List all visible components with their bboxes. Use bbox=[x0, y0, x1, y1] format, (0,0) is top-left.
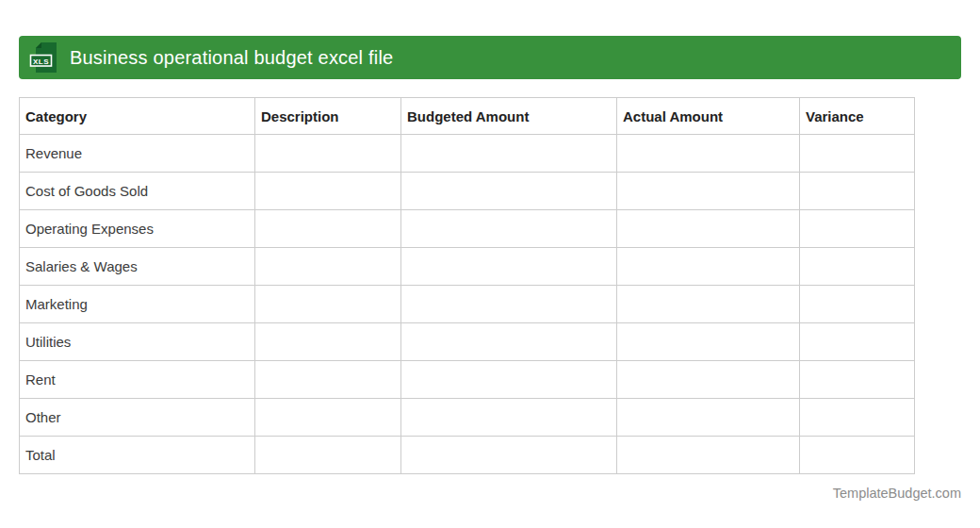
svg-text:XLS: XLS bbox=[33, 58, 49, 66]
empty-cell bbox=[617, 399, 800, 437]
table-row: Marketing bbox=[20, 286, 915, 323]
category-cell: Marketing bbox=[20, 286, 255, 323]
category-cell: Other bbox=[20, 399, 255, 437]
empty-cell bbox=[255, 135, 401, 173]
category-cell: Rent bbox=[20, 361, 255, 399]
empty-cell bbox=[617, 135, 800, 173]
empty-cell bbox=[800, 286, 915, 323]
empty-cell bbox=[617, 286, 800, 323]
empty-cell bbox=[255, 399, 401, 437]
table-row: Total bbox=[20, 437, 915, 474]
category-cell: Operating Expenses bbox=[20, 210, 255, 248]
empty-cell bbox=[800, 399, 915, 437]
empty-cell bbox=[617, 173, 800, 210]
empty-cell bbox=[255, 173, 401, 210]
empty-cell bbox=[800, 210, 915, 248]
budget-table: Category Description Budgeted Amount Act… bbox=[19, 97, 915, 474]
empty-cell bbox=[617, 210, 800, 248]
empty-cell bbox=[255, 437, 401, 474]
empty-cell bbox=[401, 437, 617, 474]
table-row: Utilities bbox=[20, 323, 915, 361]
empty-cell bbox=[401, 248, 617, 286]
empty-cell bbox=[401, 323, 617, 361]
column-header-description: Description bbox=[255, 98, 401, 135]
empty-cell bbox=[617, 248, 800, 286]
empty-cell bbox=[401, 361, 617, 399]
category-cell: Salaries & Wages bbox=[20, 248, 255, 286]
empty-cell bbox=[800, 135, 915, 173]
column-header-actual-amount: Actual Amount bbox=[617, 98, 800, 135]
empty-cell bbox=[800, 248, 915, 286]
table-row: Other bbox=[20, 399, 915, 437]
empty-cell bbox=[255, 286, 401, 323]
page-title: Business operational budget excel file bbox=[70, 47, 393, 69]
empty-cell bbox=[401, 399, 617, 437]
template-preview-page: XLS Business operational budget excel fi… bbox=[0, 0, 980, 528]
table-row: Operating Expenses bbox=[20, 210, 915, 248]
table-row: Salaries & Wages bbox=[20, 248, 915, 286]
empty-cell bbox=[255, 361, 401, 399]
empty-cell bbox=[800, 361, 915, 399]
category-cell: Total bbox=[20, 437, 255, 474]
empty-cell bbox=[255, 323, 401, 361]
empty-cell bbox=[800, 437, 915, 474]
category-cell: Revenue bbox=[20, 135, 255, 173]
column-header-variance: Variance bbox=[800, 98, 915, 135]
empty-cell bbox=[401, 135, 617, 173]
column-header-category: Category bbox=[20, 98, 255, 135]
site-branding: TemplateBudget.com bbox=[833, 486, 961, 501]
category-cell: Utilities bbox=[20, 323, 255, 361]
empty-cell bbox=[617, 323, 800, 361]
empty-cell bbox=[255, 248, 401, 286]
table-row: Rent bbox=[20, 361, 915, 399]
empty-cell bbox=[401, 210, 617, 248]
empty-cell bbox=[255, 210, 401, 248]
empty-cell bbox=[401, 286, 617, 323]
category-cell: Cost of Goods Sold bbox=[20, 173, 255, 210]
empty-cell bbox=[401, 173, 617, 210]
table-header-row: Category Description Budgeted Amount Act… bbox=[20, 98, 915, 135]
table-row: Cost of Goods Sold bbox=[20, 173, 915, 210]
table-row: Revenue bbox=[20, 135, 915, 173]
xls-file-icon: XLS bbox=[29, 40, 59, 75]
title-bar: XLS Business operational budget excel fi… bbox=[19, 36, 961, 79]
empty-cell bbox=[617, 361, 800, 399]
empty-cell bbox=[617, 437, 800, 474]
empty-cell bbox=[800, 173, 915, 210]
column-header-budgeted-amount: Budgeted Amount bbox=[401, 98, 617, 135]
empty-cell bbox=[800, 323, 915, 361]
